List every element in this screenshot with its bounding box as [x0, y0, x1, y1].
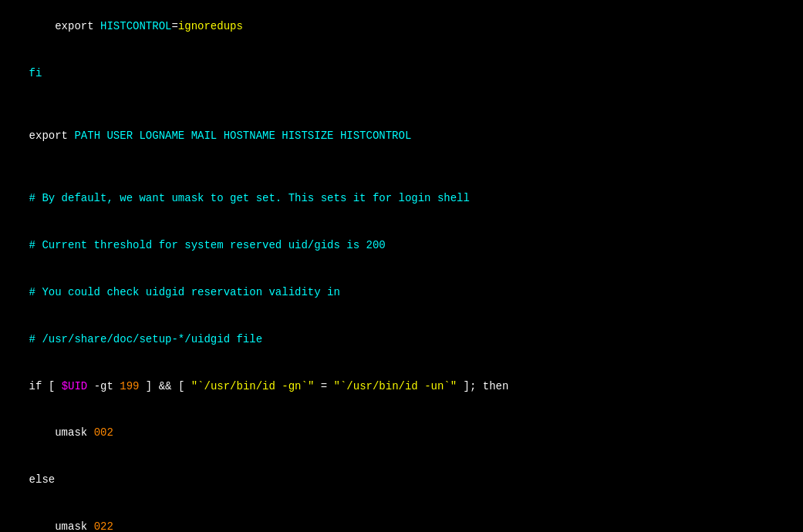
- line-comment-3: # You could check uidgid reservation val…: [0, 268, 803, 315]
- line-comment-4: # /usr/share/doc/setup-*/uidgid file: [0, 315, 803, 362]
- blank-line-2: [0, 160, 803, 175]
- blank-line-1: [0, 97, 803, 113]
- line-else-1: else: [0, 456, 803, 503]
- line-export-histcontrol: export HISTCONTROL=ignoredups: [0, 3, 803, 50]
- terminal-window: export HISTCONTROL=ignoredups fi export …: [0, 0, 803, 532]
- line-umask-002: umask 002: [0, 409, 803, 456]
- line-comment-2: # Current threshold for system reserved …: [0, 222, 803, 269]
- line-fi-1: fi: [0, 50, 803, 97]
- line-umask-022: umask 022: [0, 503, 803, 532]
- line-comment-1: # By default, we want umask to get set. …: [0, 175, 803, 222]
- line-export-path-vars: export PATH USER LOGNAME MAIL HOSTNAME H…: [0, 113, 803, 160]
- line-if-uid: if [ $UID -gt 199 ] && [ "`/usr/bin/id -…: [0, 362, 803, 409]
